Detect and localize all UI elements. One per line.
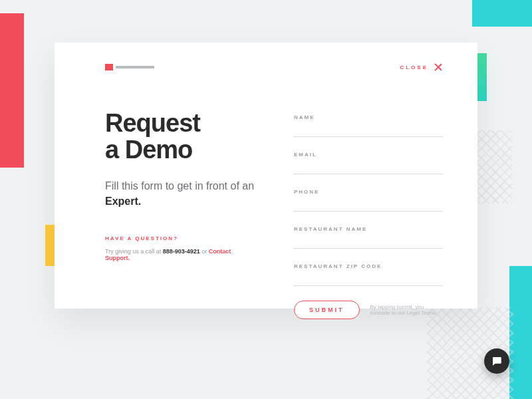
subtitle: Fill this form to get in front of an Exp… — [105, 178, 255, 209]
restaurant-name-label: RESTAURANT NAME — [294, 226, 443, 232]
phone-input[interactable] — [294, 199, 443, 211]
legal-text: By tapping submit, you concede to our Le… — [370, 304, 444, 316]
chat-icon — [491, 355, 503, 367]
support-pre: Try giving us a call at — [105, 248, 163, 255]
phone-label: PHONE — [294, 189, 443, 195]
chat-widget-button[interactable] — [484, 348, 509, 374]
restaurant-name-input[interactable] — [294, 236, 443, 249]
support-mid: or — [200, 248, 209, 255]
subtitle-highlight: Expert. — [105, 194, 141, 209]
support-line: Try giving us a call at 888-903-4921 or … — [105, 248, 255, 261]
subtitle-text: Fill this form to get in front of an — [105, 180, 254, 192]
progress-step-active — [105, 64, 113, 70]
question-heading: HAVE A QUESTION? — [105, 235, 255, 241]
modal-left-panel: Request a Demo Fill this form to get in … — [105, 110, 255, 319]
decor-cyan-top — [472, 0, 532, 27]
progress-indicator — [105, 64, 154, 70]
name-input[interactable] — [294, 124, 443, 137]
email-input[interactable] — [294, 162, 443, 174]
page-title: Request a Demo — [105, 110, 255, 164]
support-phone: 888-903-4921 — [163, 248, 200, 255]
restaurant-zip-input[interactable] — [294, 273, 443, 286]
modal-topbar: CLOSE — [105, 63, 443, 72]
decor-red-block — [0, 13, 24, 168]
close-label: CLOSE — [400, 65, 428, 70]
name-label: NAME — [294, 114, 443, 120]
submit-button[interactable]: SUBMIT — [294, 301, 360, 319]
close-button[interactable]: CLOSE — [400, 63, 443, 72]
restaurant-zip-label: RESTAURANT ZIP CODE — [294, 263, 443, 269]
progress-step-remaining — [116, 66, 154, 68]
email-label: EMAIL — [294, 152, 443, 158]
title-line-1: Request — [105, 109, 200, 137]
demo-form: NAME EMAIL PHONE RESTAURANT NAME RESTAUR… — [294, 110, 443, 319]
title-line-2: a Demo — [105, 136, 192, 164]
close-icon — [434, 63, 443, 72]
demo-modal: CLOSE Request a Demo Fill this form to g… — [55, 43, 477, 309]
